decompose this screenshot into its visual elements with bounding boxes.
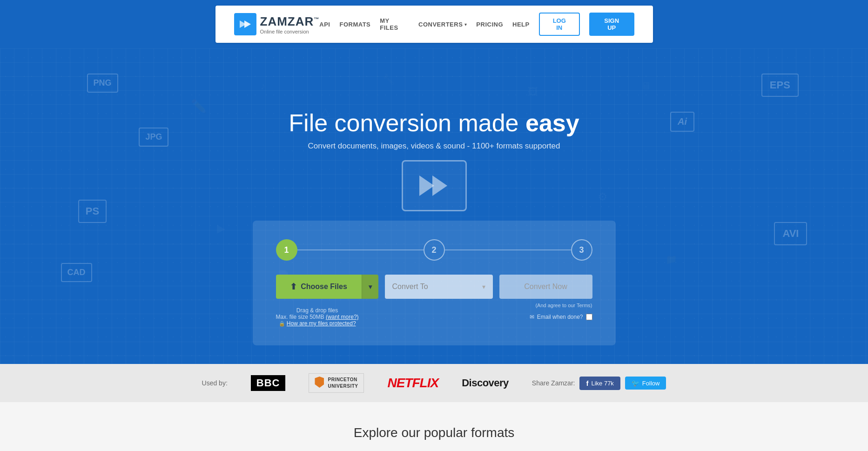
- png-icon: PNG: [87, 74, 118, 93]
- discovery-logo: Discovery: [462, 377, 509, 389]
- signup-button[interactable]: SIGN UP: [589, 13, 634, 36]
- jpg-icon: JPG: [139, 128, 168, 147]
- choose-files-button[interactable]: ⬆ Choose Files ▾: [276, 275, 378, 299]
- convert-to-button[interactable]: Convert To ▾: [385, 275, 493, 299]
- sketch-music-icon: ♪: [261, 80, 266, 92]
- convert-now-sub: (And agree to our Terms): [535, 303, 592, 308]
- hero-subtitle: Convert documents, images, videos & soun…: [308, 141, 560, 151]
- choose-files-label: Choose Files: [301, 283, 347, 291]
- hero-section: PNG JPG PS CAD EPS Ai AVI: [0, 48, 868, 364]
- eps-icon: EPS: [761, 74, 799, 97]
- logo-icon: [234, 13, 256, 35]
- twitter-follow-button[interactable]: 🐦 Follow: [625, 377, 666, 390]
- protection-link[interactable]: How are my files protected?: [287, 320, 356, 327]
- nav-converters[interactable]: CONVERTERS ▾: [418, 21, 467, 28]
- want-more-link[interactable]: (want more?): [326, 314, 359, 320]
- used-by-label: Used by:: [202, 379, 228, 387]
- svg-marker-1: [244, 20, 251, 28]
- bbc-logo: BBC: [251, 375, 286, 391]
- nav-formats[interactable]: FORMATS: [339, 21, 370, 28]
- max-size-text: Max. file size 50MB (want more?): [276, 314, 359, 320]
- share-label: Share Zamzar:: [532, 379, 575, 387]
- used-by-bar: Used by: BBC PRINCETON UNIVERSITY NETFLI…: [0, 364, 868, 402]
- nav-links: API FORMATS MY FILES CONVERTERS ▾ PRICIN…: [319, 13, 634, 36]
- nav-converters-label[interactable]: CONVERTERS: [418, 21, 463, 28]
- lock-icon: 🔒: [279, 321, 285, 326]
- netflix-logo: NETFLIX: [387, 376, 438, 390]
- email-checkbox[interactable]: [586, 314, 592, 320]
- convert-to-label: Convert To: [392, 283, 428, 291]
- action-row: ⬆ Choose Files ▾ Convert To ▾ Convert No…: [276, 275, 592, 299]
- nav-pricing[interactable]: PRICING: [476, 21, 503, 28]
- step-line-1: [297, 249, 424, 250]
- fb-icon: f: [586, 379, 588, 387]
- converters-chevron-icon: ▾: [464, 22, 467, 27]
- sketch-folder-icon: 📁: [666, 254, 677, 265]
- nav-my-files[interactable]: MY FILES: [380, 17, 409, 31]
- nav-api[interactable]: API: [319, 21, 330, 28]
- tw-follow-label: Follow: [642, 380, 660, 387]
- fb-like-label: Like 77k: [591, 380, 613, 387]
- upload-icon: ⬆: [290, 282, 297, 292]
- step-line-2: [445, 249, 571, 250]
- sketch-image-icon: 🖼: [528, 86, 538, 98]
- twitter-bird-icon: 🐦: [632, 379, 639, 387]
- sketch-play-icon: ▶: [217, 222, 225, 235]
- login-button[interactable]: LOG IN: [539, 13, 580, 36]
- choose-files-dropdown-arrow[interactable]: ▾: [362, 275, 378, 299]
- facebook-like-button[interactable]: f Like 77k: [579, 377, 620, 390]
- share-zamzar: Share Zamzar: f Like 77k 🐦 Follow: [532, 377, 666, 390]
- email-label: Email when done?: [537, 314, 583, 320]
- explore-title: Explore our popular formats: [19, 425, 849, 440]
- step-3: 3: [571, 239, 592, 261]
- princeton-logo: PRINCETON UNIVERSITY: [309, 373, 364, 393]
- nav-help[interactable]: HELP: [512, 21, 530, 28]
- hero-title: File conversion made easy: [289, 109, 579, 137]
- convert-now-button[interactable]: Convert Now: [499, 275, 592, 299]
- sketch-wrench-icon: 🔧: [382, 74, 395, 86]
- email-icon: ✉: [530, 314, 534, 320]
- choose-files-main: ⬆ Choose Files: [276, 275, 362, 299]
- convert-now-label: Convert Now: [524, 283, 567, 291]
- drag-drop-text: Drag & drop files: [276, 307, 359, 314]
- avi-icon: AVI: [774, 222, 807, 245]
- center-play-icon: [402, 160, 467, 211]
- dropdown-chevron-icon: ▾: [369, 283, 372, 290]
- ai-icon: Ai: [670, 112, 694, 132]
- logo-tagline: Online file conversion: [260, 29, 320, 34]
- logo[interactable]: ZAMZAR™ Online file conversion: [234, 13, 320, 35]
- step-2: 2: [424, 239, 445, 261]
- file-info: Drag & drop files Max. file size 50MB (w…: [276, 307, 359, 327]
- cad-icon: CAD: [61, 263, 92, 282]
- convert-to-chevron-icon: ▾: [482, 283, 485, 290]
- sketch-monitor-icon: 🖥: [641, 80, 651, 92]
- step-1: 1: [276, 239, 297, 261]
- play-arrows: [421, 175, 447, 196]
- explore-section: Explore our popular formats: [0, 402, 868, 451]
- conversion-box: 1 2 3 ⬆ Choose Files: [253, 221, 616, 345]
- ps-icon: PS: [78, 200, 107, 223]
- sketch-gear-icon: ⚙: [598, 190, 608, 203]
- sketch-pencil-icon: ✏️: [191, 99, 207, 114]
- email-row: ✉ Email when done?: [530, 314, 592, 320]
- logo-name: ZAMZAR™: [260, 14, 320, 29]
- princeton-shield-icon: [315, 377, 324, 388]
- steps-row: 1 2 3: [276, 239, 592, 261]
